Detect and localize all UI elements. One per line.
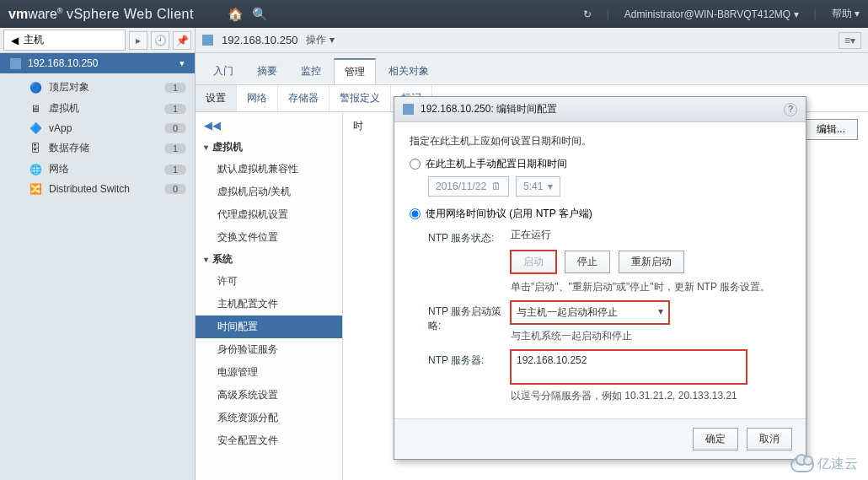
settings-item[interactable]: 高级系统设置 [196, 384, 342, 407]
policy-label: NTP 服务启动策略: [410, 301, 511, 333]
help-label: 帮助 [832, 8, 852, 19]
tree-root-ip: 192.168.10.250 [28, 57, 173, 69]
user-label: Administrator@WIN-B8RVQT412MQ [624, 8, 790, 20]
inventory-panel: ◀ 主机 ▸ 🕘 📌 192.168.10.250 ▸ 🔵顶层对象1🖥虚拟机1🔷… [0, 28, 196, 480]
tree-item-label: 顶层对象 [49, 80, 89, 94]
calendar-icon: 🗓 [491, 181, 501, 192]
tree-item[interactable]: 🔷vApp0 [0, 119, 195, 138]
settings-item[interactable]: 系统资源分配 [196, 407, 342, 429]
stop-button[interactable]: 停止 [565, 251, 610, 273]
settings-item[interactable]: 默认虚拟机兼容性 [196, 158, 342, 181]
host-icon [202, 35, 213, 46]
brand-vm: vm [8, 7, 28, 21]
tree-root[interactable]: 192.168.10.250 ▸ [0, 53, 195, 73]
home-icon[interactable]: 🏠 [228, 7, 244, 22]
host-ip: 192.168.10.250 [222, 34, 297, 46]
help-menu[interactable]: 帮助 ▾ [832, 7, 860, 21]
radio-manual-input[interactable] [410, 159, 421, 170]
subtab-2[interactable]: 存储器 [278, 85, 330, 111]
radio-ntp-input[interactable] [410, 208, 421, 219]
dialog-intro: 指定在此主机上应如何设置日期和时间。 [410, 134, 790, 148]
radio-ntp-label: 使用网络时间协议 (启用 NTP 客户端) [426, 207, 592, 221]
panel-toggle-icon[interactable]: ≡▾ [839, 32, 861, 49]
subtab-0[interactable]: 设置 [196, 85, 237, 111]
tree-item[interactable]: 🔀Distributed Switch0 [0, 180, 195, 198]
tab-3[interactable]: 管理 [334, 58, 376, 84]
startup-policy-select[interactable]: 与主机一起启动和停止 ▾ [511, 301, 669, 324]
tree-item-label: vApp [49, 122, 72, 134]
ntp-servers-input[interactable]: 192.168.10.252 [511, 350, 747, 384]
subtab-3[interactable]: 警报定义 [330, 85, 391, 111]
host-icon [10, 58, 21, 69]
cancel-button[interactable]: 取消 [747, 428, 792, 450]
tree-item-icon: 🔵 [29, 82, 42, 94]
ntp-status-label: NTP 服务状态: [410, 228, 511, 245]
brand-reg: ® [57, 7, 63, 15]
inventory-tree: 🔵顶层对象1🖥虚拟机1🔷vApp0🗄数据存储1🌐网络1🔀Distributed … [0, 73, 195, 202]
settings-section-header[interactable]: 系统 [196, 249, 342, 270]
tab-1[interactable]: 摘要 [246, 58, 288, 84]
host-icon [403, 104, 414, 115]
settings-item[interactable]: 代理虚拟机设置 [196, 203, 342, 226]
search-icon[interactable]: 🔍 [252, 7, 268, 22]
policy-value: 与主机一起启动和停止 [517, 305, 618, 320]
actions-menu[interactable]: 操作 ▾ [306, 33, 334, 47]
brand-ware: ware [28, 7, 57, 21]
breadcrumb-label: 主机 [24, 33, 44, 47]
settings-item[interactable]: 许可 [196, 270, 342, 293]
user-menu[interactable]: Administrator@WIN-B8RVQT412MQ ▾ [624, 8, 799, 20]
dialog-titlebar[interactable]: 192.168.10.250: 编辑时间配置 ? [394, 97, 806, 122]
tree-item[interactable]: 🖥虚拟机1 [0, 98, 195, 119]
nav-pin-icon[interactable]: 📌 [173, 31, 191, 50]
refresh-icon[interactable]: ↻ [583, 8, 592, 20]
primary-tabs: 入门摘要监控管理相关对象 [196, 53, 868, 85]
chevron-right-icon: ▸ [177, 61, 188, 66]
object-header: 192.168.10.250 操作 ▾ ≡▾ [196, 28, 868, 53]
count-badge: 0 [164, 184, 186, 194]
tree-item[interactable]: 🌐网络1 [0, 159, 195, 180]
time-value: 5:41 [523, 181, 543, 192]
date-input[interactable]: 2016/11/22 🗓 [428, 176, 509, 197]
tab-0[interactable]: 入门 [202, 58, 244, 84]
dialog-title: 192.168.10.250: 编辑时间配置 [421, 102, 557, 116]
settings-item[interactable]: 虚拟机启动/关机 [196, 181, 342, 203]
count-badge: 1 [164, 143, 186, 154]
settings-item[interactable]: 安全配置文件 [196, 429, 342, 452]
edit-button[interactable]: 编辑... [804, 119, 858, 140]
cloud-icon [790, 457, 814, 472]
ntp-note: 单击"启动"、"重新启动"或"停止"时，更新 NTP 服务设置。 [511, 280, 790, 294]
breadcrumb-box[interactable]: ◀ 主机 [3, 30, 126, 51]
policy-note: 与主机系统一起启动和停止 [511, 329, 790, 343]
settings-section-header[interactable]: 虚拟机 [196, 137, 342, 158]
radio-ntp[interactable]: 使用网络时间协议 (启用 NTP 客户端) [410, 207, 790, 221]
radio-manual[interactable]: 在此主机上手动配置日期和时间 [410, 157, 790, 171]
settings-item[interactable]: 交换文件位置 [196, 226, 342, 249]
top-bar: vmware® vSphere Web Client 🏠 🔍 ↻ | Admin… [0, 0, 868, 28]
section-title: 时 [353, 119, 363, 135]
settings-item[interactable]: 身份验证服务 [196, 338, 342, 361]
tree-item[interactable]: 🔵顶层对象1 [0, 77, 195, 98]
nav-history-icon[interactable]: 🕘 [151, 31, 169, 50]
brand-client: vSphere Web Client [67, 7, 194, 21]
edit-time-dialog: 192.168.10.250: 编辑时间配置 ? 指定在此主机上应如何设置日期和… [394, 96, 806, 460]
chevron-down-icon: ▾ [658, 305, 663, 320]
count-badge: 0 [164, 123, 186, 133]
subtab-1[interactable]: 网络 [237, 85, 278, 111]
count-badge: 1 [164, 83, 186, 93]
ok-button[interactable]: 确定 [693, 428, 738, 450]
time-input[interactable]: 5:41 ▾ [516, 176, 560, 197]
settings-item[interactable]: 主机配置文件 [196, 293, 342, 316]
servers-label: NTP 服务器: [410, 350, 511, 368]
nav-back-icon[interactable]: ▸ [129, 31, 147, 50]
brand: vmware® vSphere Web Client [8, 7, 194, 22]
tree-item[interactable]: 🗄数据存储1 [0, 138, 195, 159]
tab-2[interactable]: 监控 [290, 58, 332, 84]
help-icon[interactable]: ? [784, 103, 797, 116]
settings-item[interactable]: 时间配置 [196, 316, 342, 338]
date-value: 2016/11/22 [436, 181, 486, 192]
collapse-nav-button[interactable]: ◀◀ [196, 117, 342, 137]
restart-button[interactable]: 重新启动 [619, 251, 684, 273]
settings-item[interactable]: 电源管理 [196, 361, 342, 384]
start-button[interactable]: 启动 [511, 251, 556, 273]
tab-4[interactable]: 相关对象 [378, 58, 440, 84]
